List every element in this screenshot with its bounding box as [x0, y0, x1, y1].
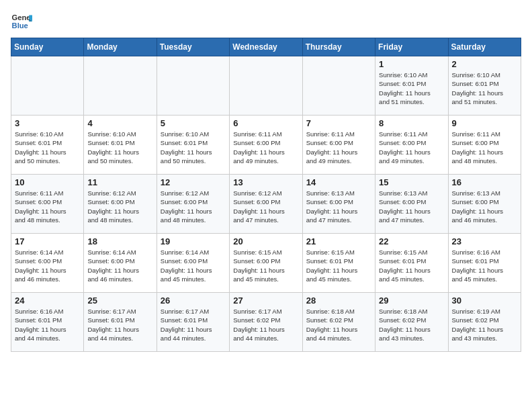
weekday-header-saturday: Saturday — [448, 38, 521, 56]
day-info: Sunrise: 6:11 AMSunset: 6:00 PMDaylight:… — [306, 130, 371, 165]
calendar-cell: 24Sunrise: 6:16 AMSunset: 6:01 PMDayligh… — [11, 293, 84, 352]
day-info: Sunrise: 6:11 AMSunset: 6:00 PMDaylight:… — [15, 189, 80, 224]
calendar-cell: 1Sunrise: 6:10 AMSunset: 6:01 PMDaylight… — [375, 56, 448, 116]
day-info: Sunrise: 6:13 AMSunset: 6:00 PMDaylight:… — [452, 189, 517, 224]
day-number: 12 — [161, 177, 226, 187]
day-number: 23 — [452, 236, 517, 246]
day-number: 29 — [379, 295, 444, 306]
calendar-cell: 29Sunrise: 6:18 AMSunset: 6:02 PMDayligh… — [375, 293, 448, 352]
calendar-cell: 11Sunrise: 6:12 AMSunset: 6:00 PMDayligh… — [84, 175, 157, 234]
day-number: 11 — [87, 177, 152, 187]
calendar-cell — [302, 56, 375, 116]
day-number: 26 — [161, 295, 226, 306]
day-info: Sunrise: 6:15 AMSunset: 6:01 PMDaylight:… — [379, 248, 444, 283]
calendar-cell: 12Sunrise: 6:12 AMSunset: 6:00 PMDayligh… — [157, 175, 229, 234]
calendar-cell: 8Sunrise: 6:11 AMSunset: 6:00 PMDaylight… — [375, 116, 448, 175]
day-number: 16 — [452, 177, 517, 187]
calendar-cell — [84, 56, 157, 116]
day-number: 13 — [233, 177, 298, 187]
weekday-header-row: SundayMondayTuesdayWednesdayThursdayFrid… — [11, 38, 521, 56]
day-info: Sunrise: 6:11 AMSunset: 6:00 PMDaylight:… — [379, 130, 444, 165]
day-info: Sunrise: 6:18 AMSunset: 6:02 PMDaylight:… — [379, 307, 444, 342]
day-number: 6 — [233, 118, 298, 128]
calendar-cell: 14Sunrise: 6:13 AMSunset: 6:00 PMDayligh… — [302, 175, 375, 234]
day-info: Sunrise: 6:16 AMSunset: 6:01 PMDaylight:… — [452, 248, 517, 283]
calendar-week-2: 3Sunrise: 6:10 AMSunset: 6:01 PMDaylight… — [11, 116, 521, 175]
day-info: Sunrise: 6:13 AMSunset: 6:00 PMDaylight:… — [306, 189, 371, 224]
calendar-body: 1Sunrise: 6:10 AMSunset: 6:01 PMDaylight… — [11, 56, 521, 352]
calendar-cell: 23Sunrise: 6:16 AMSunset: 6:01 PMDayligh… — [448, 234, 521, 293]
weekday-header-thursday: Thursday — [302, 38, 375, 56]
calendar-cell: 27Sunrise: 6:17 AMSunset: 6:02 PMDayligh… — [230, 293, 302, 352]
day-number: 21 — [306, 236, 371, 246]
calendar-cell: 26Sunrise: 6:17 AMSunset: 6:01 PMDayligh… — [157, 293, 229, 352]
day-info: Sunrise: 6:10 AMSunset: 6:01 PMDaylight:… — [87, 130, 152, 165]
day-info: Sunrise: 6:11 AMSunset: 6:00 PMDaylight:… — [452, 130, 517, 165]
calendar-cell: 15Sunrise: 6:13 AMSunset: 6:00 PMDayligh… — [375, 175, 448, 234]
weekday-header-monday: Monday — [84, 38, 157, 56]
day-info: Sunrise: 6:10 AMSunset: 6:01 PMDaylight:… — [161, 130, 226, 165]
calendar-cell: 6Sunrise: 6:11 AMSunset: 6:00 PMDaylight… — [230, 116, 302, 175]
day-info: Sunrise: 6:13 AMSunset: 6:00 PMDaylight:… — [379, 189, 444, 224]
calendar-week-4: 17Sunrise: 6:14 AMSunset: 6:00 PMDayligh… — [11, 234, 521, 293]
calendar-cell: 13Sunrise: 6:12 AMSunset: 6:00 PMDayligh… — [230, 175, 302, 234]
calendar-cell: 20Sunrise: 6:15 AMSunset: 6:00 PMDayligh… — [230, 234, 302, 293]
calendar-week-3: 10Sunrise: 6:11 AMSunset: 6:00 PMDayligh… — [11, 175, 521, 234]
day-info: Sunrise: 6:14 AMSunset: 6:00 PMDaylight:… — [15, 248, 80, 283]
day-info: Sunrise: 6:17 AMSunset: 6:02 PMDaylight:… — [233, 307, 298, 342]
calendar-cell: 22Sunrise: 6:15 AMSunset: 6:01 PMDayligh… — [375, 234, 448, 293]
day-info: Sunrise: 6:19 AMSunset: 6:02 PMDaylight:… — [452, 307, 517, 342]
calendar-cell — [157, 56, 229, 116]
day-number: 30 — [452, 295, 517, 306]
day-number: 22 — [379, 236, 444, 246]
day-info: Sunrise: 6:12 AMSunset: 6:00 PMDaylight:… — [161, 189, 226, 224]
logo: General Blue — [11, 11, 35, 32]
day-number: 25 — [87, 295, 152, 306]
calendar-cell: 19Sunrise: 6:14 AMSunset: 6:00 PMDayligh… — [157, 234, 229, 293]
calendar-table: SundayMondayTuesdayWednesdayThursdayFrid… — [11, 38, 521, 352]
weekday-header-tuesday: Tuesday — [157, 38, 229, 56]
day-info: Sunrise: 6:15 AMSunset: 6:00 PMDaylight:… — [233, 248, 298, 283]
day-info: Sunrise: 6:10 AMSunset: 6:01 PMDaylight:… — [15, 130, 80, 165]
day-number: 7 — [306, 118, 371, 128]
day-number: 8 — [379, 118, 444, 128]
svg-text:Blue: Blue — [12, 21, 28, 30]
day-number: 27 — [233, 295, 298, 306]
calendar-cell: 25Sunrise: 6:17 AMSunset: 6:01 PMDayligh… — [84, 293, 157, 352]
page-header: General Blue — [11, 11, 521, 32]
day-number: 19 — [161, 236, 226, 246]
calendar-week-1: 1Sunrise: 6:10 AMSunset: 6:01 PMDaylight… — [11, 56, 521, 116]
day-info: Sunrise: 6:15 AMSunset: 6:01 PMDaylight:… — [306, 248, 371, 283]
calendar-cell: 3Sunrise: 6:10 AMSunset: 6:01 PMDaylight… — [11, 116, 84, 175]
calendar-cell — [11, 56, 84, 116]
day-number: 4 — [87, 118, 152, 128]
day-number: 28 — [306, 295, 371, 306]
day-info: Sunrise: 6:14 AMSunset: 6:00 PMDaylight:… — [87, 248, 152, 283]
calendar-cell: 30Sunrise: 6:19 AMSunset: 6:02 PMDayligh… — [448, 293, 521, 352]
calendar-cell: 28Sunrise: 6:18 AMSunset: 6:02 PMDayligh… — [302, 293, 375, 352]
day-number: 24 — [15, 295, 80, 306]
day-info: Sunrise: 6:11 AMSunset: 6:00 PMDaylight:… — [233, 130, 298, 165]
day-number: 1 — [379, 59, 444, 69]
day-info: Sunrise: 6:12 AMSunset: 6:00 PMDaylight:… — [87, 189, 152, 224]
day-info: Sunrise: 6:12 AMSunset: 6:00 PMDaylight:… — [233, 189, 298, 224]
calendar-cell: 18Sunrise: 6:14 AMSunset: 6:00 PMDayligh… — [84, 234, 157, 293]
calendar-cell: 7Sunrise: 6:11 AMSunset: 6:00 PMDaylight… — [302, 116, 375, 175]
day-number: 14 — [306, 177, 371, 187]
weekday-header-wednesday: Wednesday — [230, 38, 302, 56]
day-number: 10 — [15, 177, 80, 187]
day-number: 9 — [452, 118, 517, 128]
day-info: Sunrise: 6:10 AMSunset: 6:01 PMDaylight:… — [379, 71, 444, 106]
day-number: 5 — [161, 118, 226, 128]
logo-icon: General Blue — [11, 11, 32, 32]
day-number: 17 — [15, 236, 80, 246]
weekday-header-friday: Friday — [375, 38, 448, 56]
day-info: Sunrise: 6:10 AMSunset: 6:01 PMDaylight:… — [452, 71, 517, 106]
weekday-header-sunday: Sunday — [11, 38, 84, 56]
day-number: 3 — [15, 118, 80, 128]
calendar-cell: 9Sunrise: 6:11 AMSunset: 6:00 PMDaylight… — [448, 116, 521, 175]
day-info: Sunrise: 6:14 AMSunset: 6:00 PMDaylight:… — [161, 248, 226, 283]
day-info: Sunrise: 6:18 AMSunset: 6:02 PMDaylight:… — [306, 307, 371, 342]
day-number: 18 — [87, 236, 152, 246]
day-number: 20 — [233, 236, 298, 246]
